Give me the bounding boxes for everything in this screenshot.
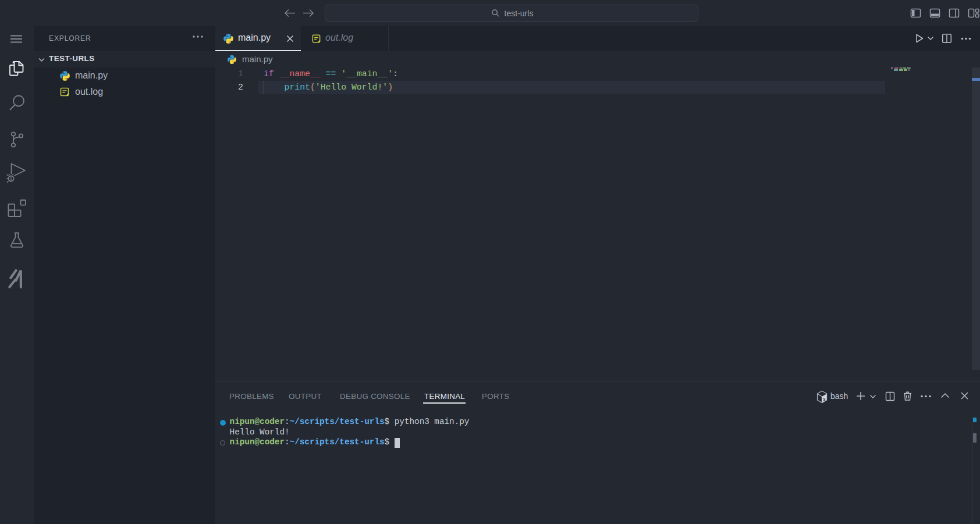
svg-text:$: $ — [823, 397, 826, 402]
